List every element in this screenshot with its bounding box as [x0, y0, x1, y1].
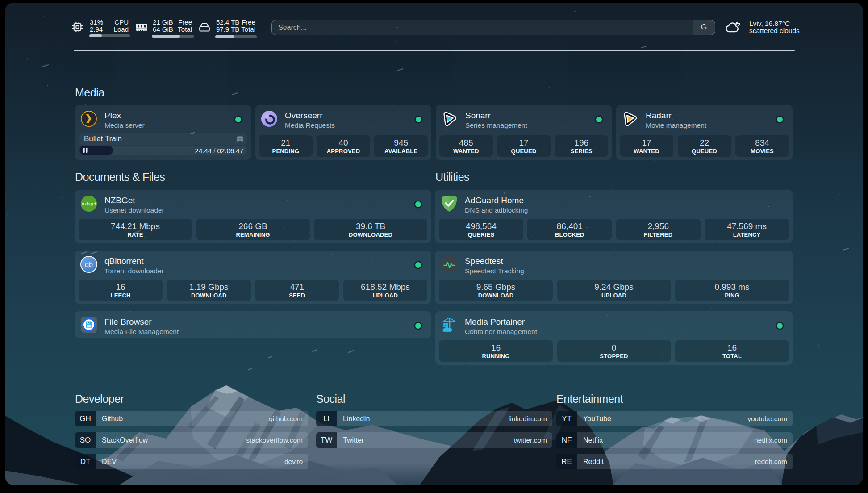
svg-text:nzbget: nzbget	[82, 201, 96, 206]
svg-text:qb: qb	[85, 260, 93, 268]
